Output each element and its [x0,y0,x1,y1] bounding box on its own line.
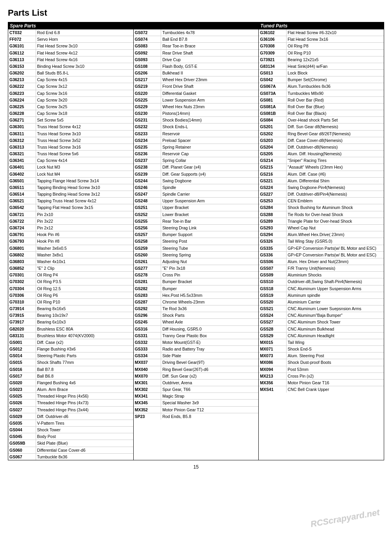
part-code: G36511 [8,184,36,191]
table-row: GS247Spindle Carrier [134,191,259,198]
part-code: GS215 [259,164,286,171]
table-row: GS238Diff. Planet Gear (x4) [134,164,259,171]
part-name: "Assault" Wheels (23mm Hex) [286,164,384,171]
part-code: GSS07 [259,265,286,272]
table-row: GSS20Aluminium Carrier [259,298,384,305]
part-name: Steering Post [161,238,259,245]
part-code: MX301 [134,379,161,386]
part-code: GS072 [134,29,161,36]
part-code: GS044 [8,427,36,433]
table-row: G36213Cap Screw 4x15 [8,76,133,83]
part-code: GS294 [259,231,286,238]
table-row: GS294Alum.Wheel Hex.Drive( 23mm) [259,231,384,238]
part-code: GS013 [259,70,286,76]
table-row: GS044Shock Tower [8,427,133,433]
part-code: GSS18 [259,285,286,292]
part-name: GP>EP Conversion Parts(w/ BL Motor and E… [286,251,384,258]
part-name: Oil Ring P10 [36,298,133,305]
part-code: G73914 [8,305,36,312]
table-row: GS045Body Post [8,433,133,440]
part-code: G36301 [8,124,36,130]
table-row: GS202Ring Bevel Gear d8/26T(Nemesis) [259,130,384,137]
table-row: G36301Truss Head Screw 4x12 [8,124,133,130]
part-code: GS231 [134,117,161,124]
part-code: GS331 [134,332,161,339]
part-code: GS045 [8,433,36,440]
part-code: GS067A [259,83,286,90]
part-name: "E" Pin 3x18 [161,265,259,272]
part-name: Oil Ring P6 [36,292,133,298]
part-code: GS216 [259,171,286,177]
part-name: Motor Mount(GST-E) [161,339,259,345]
part-code: G36791 [8,231,36,238]
part-code: GS238 [134,164,161,171]
column-1: GS072Turnbuckles 4x78GS074Ball End B7.8G… [134,22,259,460]
part-code: GS253 [259,198,286,204]
table-row: GS253CEN Emblem [259,198,384,204]
part-name: Truss Head Screw 3x52 [36,137,133,144]
part-name: Tail Wing [286,339,384,345]
part-code: G70309 [259,49,286,56]
table-row: G36153Binding Head Screw 3x10 [8,63,133,69]
part-name: Threaded Hinge Pins (4x56) [36,393,133,400]
table-row: G36341Cap Screw 4x14 [8,157,133,164]
part-name: Cap Screw 4x15 [36,76,133,83]
part-code: GS016 [8,366,36,373]
table-row: GS255Rear Toe-in Bar [134,218,259,224]
part-name: Diff. Outdriver-d8(Nemesis) [286,144,384,150]
table-row: GS042Bumper Set(Chrome) [259,76,384,83]
table-row: MX071Shock End-S [259,346,384,353]
part-name: Driving Bevel Gear(9T) [161,359,259,366]
part-name: Cap Screw 3x25 [36,103,133,110]
part-name: Truss Head Screw 3x10 [36,130,133,137]
part-name: Tapping Flat Head Screw 3x15 [36,204,133,211]
table-row: MX341Magic Strap [134,393,259,400]
part-name: Cap Screw 3x18 [36,110,133,117]
table-row: G36106Flat Head Screw 3x16 [259,36,384,43]
table-row: GSS27CNC Aluminum Shock Tower [259,319,384,325]
table-row: G36501Tapping Flange Head Screw 3x14 [8,177,133,184]
table-row: GS288Tie Rods for Over-head Shock [259,211,384,218]
table-row: GSS09Aluminium Shocks [259,272,384,278]
table-row: G36311Truss Head Screw 3x10 [8,130,133,137]
part-code: G36101 [8,43,36,49]
part-code: G36321 [8,151,36,157]
part-name: Turnbuckles 4x78 [161,29,259,36]
part-code: G36722 [8,218,36,224]
part-code: GS025 [8,393,36,400]
part-code: GS257 [134,231,161,238]
table-row: GS284Shock Bushing for Aluminum Shock [259,204,384,211]
part-name: Diff. Outdriver-d6 [36,413,133,420]
part-name: Lock Nut M3 [36,164,133,171]
part-code: MX213 [259,373,286,379]
part-code: GS205 [259,151,286,157]
part-code: GS245 [134,319,161,325]
part-name: Spur Gear, T66 [161,386,259,393]
table-row: GS016Ball B7.8 [8,366,133,373]
table-row: GS060Differential Case Cover-d6 [8,447,133,453]
table-row: CT032Rod End 6.8 [8,29,133,36]
table-row: MXS41CNC Bell Crank Upper [259,386,384,393]
part-code: GS060 [8,447,36,453]
table-row: MX352Motor Pinion Gear T12 [134,406,259,413]
table-row: G36514Tapping Binding Head Screw 3x12 [8,191,133,198]
part-code: G36213 [8,76,36,83]
part-name: Diff. Sun Gear d8(Nemesis) [286,124,384,130]
part-code: GS235 [134,144,161,150]
table-row: GS227Diff. Outdriver-d8/Pin4(Nemesis) [259,191,384,198]
part-code: GS204 [259,144,286,150]
part-name: Flat Head Screw 3x10 [36,43,133,49]
table-row: GS237Spring Collar [134,157,259,164]
part-code: GS256 [134,224,161,231]
part-name: CNC Aluminum Bulkhead [286,325,384,332]
part-code: GS042 [259,76,286,83]
table-row: GS289Triangle Plate for Over-head Shock [259,218,384,224]
part-name: Washer 4x10x1 [36,258,133,265]
part-code: G36542 [8,204,36,211]
part-code: GS287 [134,298,161,305]
part-name: Set Screw 5x5 [36,117,133,124]
part-code: GS239 [134,171,161,177]
table-row: GS332Motor Mount(GST-E) [134,339,259,345]
part-name: Magic Strap [161,393,259,400]
page-title: Parts List [8,8,384,18]
